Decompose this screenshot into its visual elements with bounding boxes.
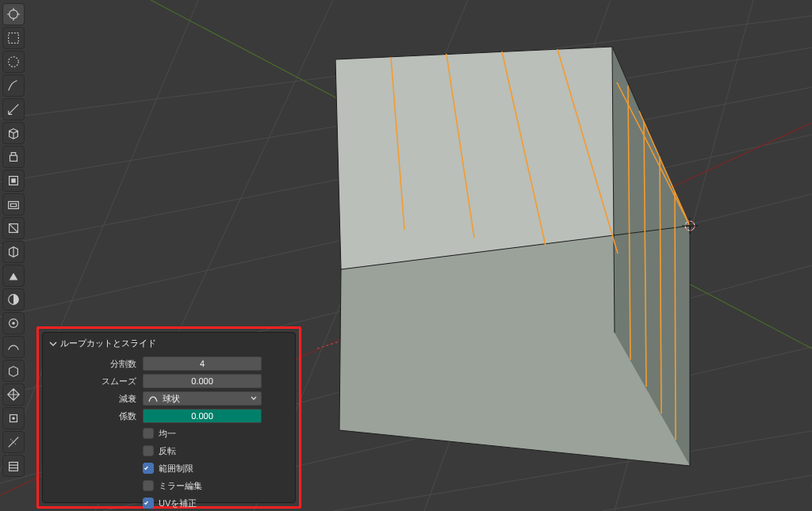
svg-rect-43 (10, 204, 16, 207)
tool-rip-region[interactable] (2, 455, 25, 477)
tool-poly-build[interactable] (2, 288, 25, 311)
svg-rect-37 (9, 33, 19, 44)
operator-panel-highlight: ループカットとスライド 分割数 4 スムーズ 0.000 減衰 球状 係数 0.… (36, 326, 301, 509)
flip-checkbox[interactable]: 反転 (49, 445, 176, 457)
tool-bevel[interactable] (2, 217, 25, 239)
cuts-field[interactable]: 4 (143, 357, 262, 371)
even-checkbox[interactable]: 均一 (49, 428, 176, 440)
uv-checkbox[interactable]: UVを補正 (49, 498, 197, 509)
svg-rect-52 (10, 463, 18, 471)
svg-line-31 (675, 192, 676, 440)
svg-point-38 (9, 57, 19, 67)
chevron-down-icon (251, 395, 257, 402)
tool-spin[interactable] (2, 312, 25, 334)
panel-title: ループカットとスライド (60, 337, 156, 349)
mirror-checkbox[interactable]: ミラー編集 (49, 480, 202, 492)
svg-rect-39 (10, 155, 17, 161)
factor-field[interactable]: 0.000 (143, 409, 262, 423)
tool-annotate[interactable] (2, 74, 25, 97)
cuts-label: 分割数 (49, 358, 143, 370)
svg-rect-41 (11, 178, 15, 182)
svg-rect-42 (9, 201, 19, 208)
tool-knife[interactable] (2, 265, 25, 287)
svg-point-51 (12, 417, 15, 420)
tool-measure[interactable] (2, 98, 25, 120)
tool-shear[interactable] (2, 431, 25, 453)
svg-point-36 (10, 10, 18, 19)
tool-shelf (0, 0, 27, 511)
factor-label: 係数 (49, 410, 143, 422)
tool-add-cube[interactable] (2, 122, 25, 144)
tool-smooth[interactable] (2, 336, 25, 358)
svg-line-8 (603, 475, 812, 511)
chevron-down-icon (49, 340, 57, 348)
tool-scale-cage[interactable] (2, 51, 25, 73)
tool-loop-cut[interactable] (2, 241, 25, 263)
tool-cursor[interactable] (2, 3, 25, 25)
smooth-field[interactable]: 0.000 (143, 374, 262, 388)
falloff-label: 減衰 (49, 393, 143, 405)
tool-select-box[interactable] (2, 27, 25, 49)
sphere-icon (148, 394, 158, 403)
tool-edge-slide[interactable] (2, 360, 25, 382)
tool-extrude-faces[interactable] (2, 170, 25, 192)
falloff-dropdown[interactable]: 球状 (143, 391, 262, 406)
tool-shrink-fatten[interactable] (2, 383, 25, 406)
tool-inset-faces[interactable] (2, 193, 25, 215)
svg-point-49 (12, 322, 15, 325)
panel-header[interactable]: ループカットとスライド (49, 337, 289, 349)
operator-panel[interactable]: ループカットとスライド 分割数 4 スムーズ 0.000 減衰 球状 係数 0.… (42, 332, 296, 503)
tool-extrude-region[interactable] (2, 146, 25, 168)
tool-push-pull[interactable] (2, 407, 25, 429)
svg-line-45 (10, 224, 18, 233)
smooth-label: スムーズ (49, 376, 143, 387)
clamp-checkbox[interactable]: 範囲制限 (49, 463, 193, 475)
